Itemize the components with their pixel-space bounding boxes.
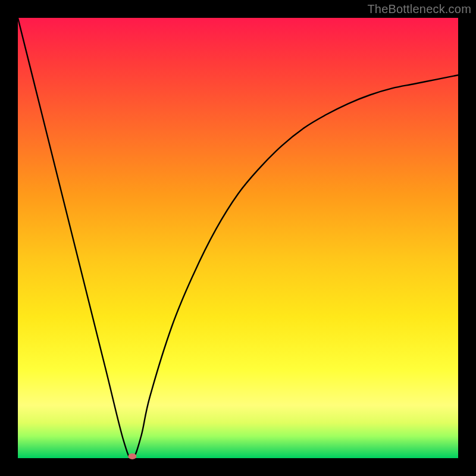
minimum-marker [128, 453, 136, 459]
attribution-text: TheBottleneck.com [367, 2, 471, 16]
plot-area [18, 18, 458, 458]
chart-container: TheBottleneck.com [0, 0, 476, 476]
bottleneck-curve [18, 18, 458, 458]
curve-path [18, 18, 458, 458]
